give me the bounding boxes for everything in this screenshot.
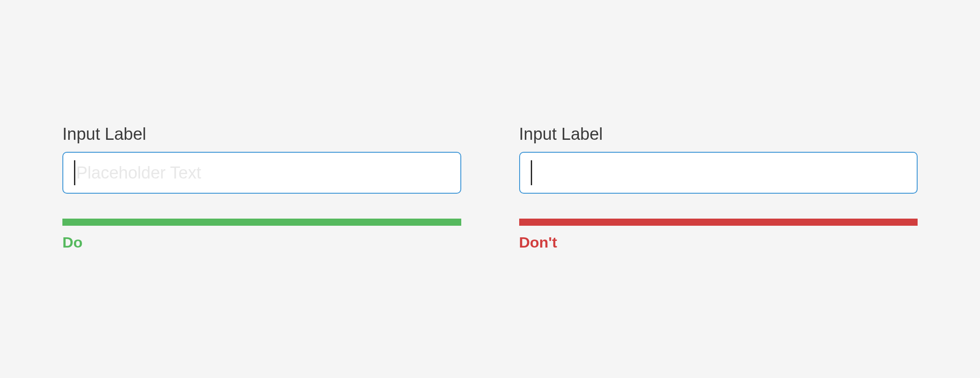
input-label-do: Input Label	[62, 125, 461, 144]
placeholder-text: Placeholder Text	[76, 163, 201, 183]
do-status-label: Do	[62, 234, 461, 251]
dont-indicator-bar	[519, 219, 918, 226]
text-cursor-icon	[74, 160, 75, 185]
do-indicator-bar	[62, 219, 461, 226]
dont-example: Input Label Don't	[519, 125, 918, 251]
text-cursor-icon	[531, 160, 532, 185]
text-input-dont[interactable]	[519, 152, 918, 194]
input-label-dont: Input Label	[519, 125, 918, 144]
do-example: Input Label Placeholder Text Do	[62, 125, 461, 251]
comparison-container: Input Label Placeholder Text Do Input La…	[0, 0, 980, 251]
dont-status-label: Don't	[519, 234, 918, 251]
text-input-do[interactable]: Placeholder Text	[62, 152, 461, 194]
